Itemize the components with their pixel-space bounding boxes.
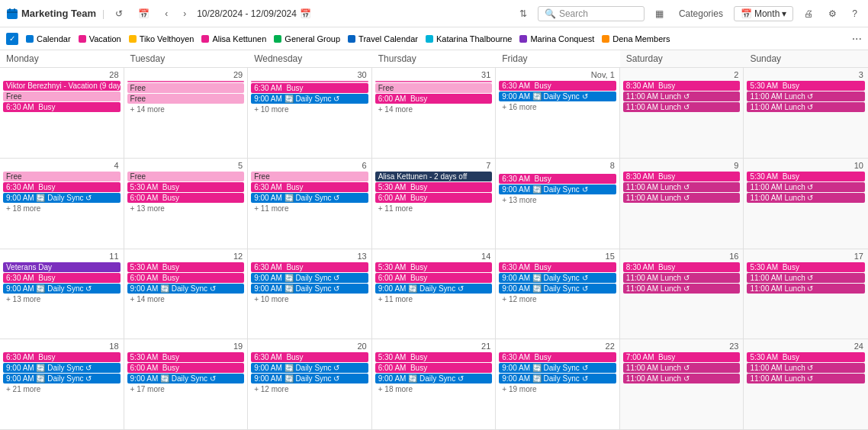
lunch-event[interactable]: 11:00 AM Lunch ↺: [747, 363, 865, 373]
daily-sync-event[interactable]: 9:00 AM 🔄 Daily Sync ↺: [251, 273, 368, 283]
busy-event[interactable]: 7:00 AM Busy: [623, 352, 741, 362]
free-event[interactable]: Free: [251, 172, 368, 181]
more-link[interactable]: + 14 more: [375, 104, 493, 114]
daily-sync-event2[interactable]: 9:00 AM 🔄 Daily Sync ↺: [499, 284, 616, 294]
lunch-event2[interactable]: 11:00 AM Lunch ↺: [623, 102, 741, 112]
busy-event[interactable]: 5:30 AM Busy: [127, 352, 245, 362]
busy-event[interactable]: 5:30 AM Busy: [747, 262, 865, 272]
filter-alisa[interactable]: Alisa Kettunen: [201, 34, 266, 43]
busy-event[interactable]: 8:30 AM Busy: [623, 81, 741, 91]
free-event[interactable]: Free: [375, 83, 493, 93]
date-range[interactable]: 10/28/2024 - 12/09/2024 📅: [197, 8, 311, 19]
help-button[interactable]: ?: [847, 7, 862, 21]
daily-sync-event2[interactable]: 9:00 AM 🔄 Daily Sync ↺: [499, 374, 616, 383]
lunch-event2[interactable]: 11:00 AM Lunch ↺: [747, 284, 865, 294]
more-link[interactable]: + 14 more: [127, 104, 245, 114]
lunch-event[interactable]: 11:00 AM Lunch ↺: [623, 273, 741, 283]
busy-event[interactable]: 5:30 AM Busy: [127, 262, 245, 272]
vacation-cont[interactable]: [127, 81, 245, 82]
busy-event[interactable]: 6:30 AM Busy: [251, 262, 368, 272]
lunch-event[interactable]: 11:00 AM Lunch ↺: [623, 91, 741, 101]
busy-event[interactable]: 6:30 AM Busy: [251, 182, 368, 192]
daily-sync-event[interactable]: 9:00 AM 🔄 Daily Sync ↺: [499, 185, 616, 194]
daily-sync-event2[interactable]: 9:00 AM 🔄 Daily Sync ↺: [3, 374, 121, 383]
lunch-event2[interactable]: 11:00 AM Lunch ↺: [747, 102, 865, 112]
busy-event[interactable]: 6:30 AM Busy: [499, 352, 616, 362]
filter-marina[interactable]: Marina Conquest: [519, 34, 594, 43]
busy-event[interactable]: 6:30 AM Busy: [251, 352, 368, 362]
more-link[interactable]: + 11 more: [375, 204, 493, 213]
vacation-event[interactable]: Viktor Berezhnyi - Vacation (9 days off): [3, 81, 121, 91]
free-event[interactable]: Free: [3, 91, 121, 101]
lunch-event2[interactable]: 11:00 AM Lunch ↺: [623, 374, 741, 383]
prev-button[interactable]: ‹: [160, 7, 172, 21]
daily-sync-event[interactable]: 9:00 AM 🔄 Daily Sync ↺: [127, 374, 245, 383]
free-event2[interactable]: Free: [127, 94, 245, 104]
daily-sync-event[interactable]: 9:00 AM 🔄 Daily Sync ↺: [499, 363, 616, 373]
vacation-cont[interactable]: [375, 81, 493, 82]
free-event[interactable]: Free: [127, 172, 245, 181]
busy-event[interactable]: 6:30 AM Busy: [3, 273, 121, 283]
more-link[interactable]: + 11 more: [375, 294, 493, 304]
more-link[interactable]: + 13 more: [127, 204, 245, 213]
busy-event[interactable]: 5:30 AM Busy: [747, 352, 865, 362]
lunch-event[interactable]: 11:00 AM Lunch ↺: [747, 91, 865, 101]
more-link[interactable]: + 10 more: [251, 294, 368, 304]
more-link[interactable]: + 16 more: [499, 102, 616, 112]
daily-sync-event[interactable]: 9:00 AM 🔄 Daily Sync ↺: [127, 284, 245, 294]
filter-katarina[interactable]: Katarina Thalbourne: [426, 34, 512, 43]
more-link[interactable]: + 18 more: [3, 204, 121, 213]
next-button[interactable]: ›: [178, 7, 191, 21]
month-view-button[interactable]: 📅 Month ▾: [734, 6, 793, 21]
more-link[interactable]: + 13 more: [3, 294, 121, 304]
busy-event[interactable]: 6:30 AM Busy: [499, 174, 616, 184]
daily-sync-event2[interactable]: 9:00 AM 🔄 Daily Sync ↺: [251, 284, 368, 294]
busy-event[interactable]: 6:30 AM Busy: [3, 102, 121, 112]
filter-calendar[interactable]: Calendar: [26, 34, 71, 43]
lunch-event2[interactable]: 11:00 AM Lunch ↺: [623, 284, 741, 294]
categories-button[interactable]: Categories: [674, 7, 728, 21]
busy-event[interactable]: 8:30 AM Busy: [623, 172, 741, 181]
search-box[interactable]: 🔍 Search: [538, 6, 645, 21]
filter-more-button[interactable]: ···: [852, 32, 862, 46]
free-event[interactable]: Free: [127, 83, 245, 93]
busy-event[interactable]: 5:30 AM Busy: [375, 352, 493, 362]
busy-event[interactable]: 5:30 AM Busy: [127, 182, 245, 192]
busy-event[interactable]: 6:30 AM Busy: [499, 81, 616, 91]
back-button[interactable]: ↺: [111, 7, 127, 21]
busy-event2[interactable]: 6:00 AM Busy: [127, 363, 245, 373]
alisa-vacation-event[interactable]: Alisa Kettunen - 2 days off: [375, 172, 493, 181]
more-link[interactable]: + 12 more: [251, 384, 368, 394]
lunch-event[interactable]: 11:00 AM Lunch ↺: [747, 273, 865, 283]
vacation-cont[interactable]: [251, 81, 368, 82]
lunch-event2[interactable]: 11:00 AM Lunch ↺: [747, 374, 865, 383]
sort-button[interactable]: ⇅: [515, 7, 532, 21]
calendar-nav-button[interactable]: 📅: [133, 7, 154, 21]
filter-general[interactable]: General Group: [274, 34, 340, 43]
filter-tiko[interactable]: Tiko Velthoyen: [129, 34, 194, 43]
print-button[interactable]: 🖨: [799, 7, 818, 21]
busy-event2[interactable]: 6:00 AM Busy: [375, 363, 493, 373]
daily-sync-event[interactable]: 9:00 AM 🔄 Daily Sync ↺: [3, 193, 121, 203]
daily-sync-event[interactable]: 9:00 AM 🔄 Daily Sync ↺: [251, 193, 368, 203]
busy-event[interactable]: 6:00 AM Busy: [375, 94, 493, 104]
daily-sync-event[interactable]: 9:00 AM 🔄 Daily Sync ↺: [499, 91, 616, 101]
busy-event[interactable]: 5:30 AM Busy: [747, 81, 865, 91]
more-link[interactable]: + 10 more: [251, 104, 368, 114]
lunch-event[interactable]: 11:00 AM Lunch ↺: [623, 363, 741, 373]
lunch-event[interactable]: 11:00 AM Lunch ↺: [747, 182, 865, 192]
daily-sync-event[interactable]: 9:00 AM 🔄 Daily Sync ↺: [251, 363, 368, 373]
daily-sync-event[interactable]: 9:00 AM 🔄 Daily Sync ↺: [375, 284, 493, 294]
settings-button[interactable]: ⚙: [824, 7, 841, 21]
more-link[interactable]: + 12 more: [499, 294, 616, 304]
more-link[interactable]: + 11 more: [251, 204, 368, 213]
daily-sync-event[interactable]: 9:00 AM 🔄 Daily Sync ↺: [499, 273, 616, 283]
more-link[interactable]: + 13 more: [499, 195, 616, 205]
busy-event[interactable]: 6:30 AM Busy: [3, 352, 121, 362]
filter-dena[interactable]: Dena Members: [602, 34, 670, 43]
filter-travel[interactable]: Travel Calendar: [348, 34, 418, 43]
daily-sync-event[interactable]: 9:00 AM 🔄 Daily Sync ↺: [3, 284, 121, 294]
busy-event[interactable]: 8:30 AM Busy: [623, 262, 741, 272]
daily-sync-event2[interactable]: 9:00 AM 🔄 Daily Sync ↺: [251, 374, 368, 383]
more-link[interactable]: + 19 more: [499, 384, 616, 394]
